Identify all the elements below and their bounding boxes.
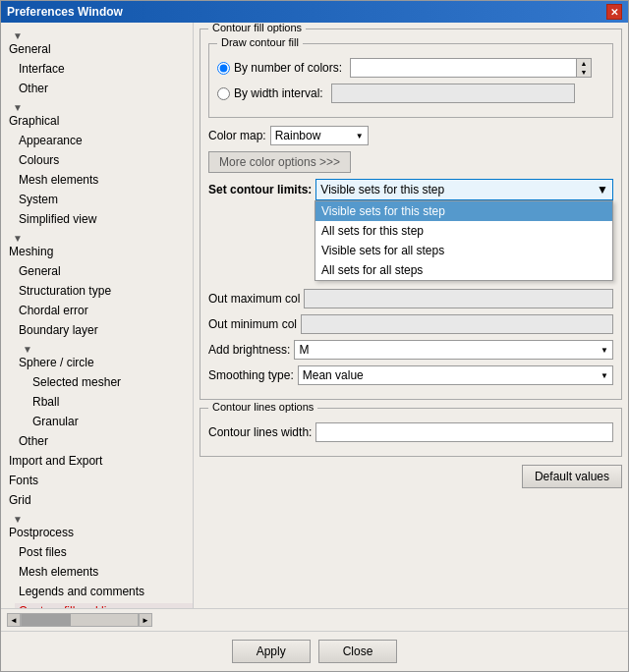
out-max-row: Out maximum col — [208, 289, 613, 308]
colormap-arrow-icon: ▼ — [356, 132, 364, 140]
title-bar: Preferences Window ✕ — [1, 1, 628, 23]
sidebar-item-selected-mesher[interactable]: Selected mesher — [1, 372, 193, 392]
set-contour-limits-container: Set contour limits: Visible sets for thi… — [208, 179, 613, 200]
sidebar-item-meshing[interactable]: ▼Meshing — [1, 229, 193, 261]
sidebar-item-system[interactable]: System — [1, 190, 193, 209]
set-contour-row: Set contour limits: Visible sets for thi… — [208, 179, 613, 200]
smoothing-value: Mean value — [303, 368, 364, 382]
sidebar-item-mesh-elements2[interactable]: Mesh elements — [1, 562, 193, 582]
by-width-input[interactable]: 0.0 — [331, 84, 575, 103]
add-brightness-value: M — [299, 343, 309, 357]
apply-button[interactable]: Apply — [232, 640, 311, 663]
sidebar-item-postprocess[interactable]: ▼Postprocess — [1, 510, 193, 542]
add-brightness-label: Add brightness: — [208, 343, 290, 357]
scrollbar-row: ◄ ► — [1, 609, 628, 631]
sidebar-item-general2[interactable]: General — [1, 261, 193, 281]
scroll-left-button[interactable]: ◄ — [7, 613, 21, 627]
sidebar-item-grid[interactable]: Grid — [1, 490, 193, 510]
sidebar-item-chordal-error[interactable]: Chordal error — [1, 301, 193, 320]
smoothing-arrow-icon: ▼ — [600, 371, 608, 380]
scroll-track[interactable] — [21, 613, 139, 627]
sidebar-item-other2[interactable]: Other — [1, 431, 193, 451]
sidebar-item-appearance[interactable]: Appearance — [1, 131, 193, 150]
main-content: ▼General Interface Other ▼Graphical Appe… — [1, 23, 628, 608]
by-number-label: By number of colors: — [234, 61, 342, 75]
dropdown-item-visible-this-step[interactable]: Visible sets for this step — [315, 201, 612, 221]
sidebar-item-import-export[interactable]: Import and Export — [1, 451, 193, 471]
brightness-arrow-icon: ▼ — [600, 346, 608, 355]
by-number-spinner: 50 ▲ ▼ — [350, 58, 592, 78]
contour-lines-options-group: Contour lines options Contour lines widt… — [200, 408, 622, 457]
colormap-value: Rainbow — [275, 129, 321, 142]
by-number-input[interactable]: 50 — [350, 58, 576, 78]
set-contour-select[interactable]: Visible sets for this step ▼ — [315, 179, 613, 200]
spinner-up-button[interactable]: ▲ — [577, 59, 591, 68]
spinner-buttons: ▲ ▼ — [576, 58, 592, 78]
by-number-radio[interactable] — [217, 62, 230, 75]
close-window-button[interactable]: ✕ — [606, 4, 622, 20]
set-contour-label: Set contour limits: — [208, 183, 312, 196]
draw-contour-fill-group: Draw contour fill By number of colors: 5… — [208, 43, 613, 118]
sidebar-item-boundary-layer[interactable]: Boundary layer — [1, 320, 193, 340]
sidebar-item-post-files[interactable]: Post files — [1, 542, 193, 562]
sidebar-item-structuration-type[interactable]: Structuration type — [1, 281, 193, 301]
contour-lines-width-label: Contour lines width: — [208, 425, 312, 439]
by-number-row: By number of colors: 50 ▲ ▼ — [217, 58, 604, 78]
sidebar-item-fonts[interactable]: Fonts — [1, 471, 193, 490]
default-values-button[interactable]: Default values — [522, 465, 622, 488]
sidebar-item-general[interactable]: ▼General — [1, 27, 193, 59]
out-max-input[interactable] — [304, 289, 613, 308]
sidebar-item-other1[interactable]: Other — [1, 79, 193, 98]
dropdown-item-all-this-step[interactable]: All sets for this step — [315, 221, 612, 241]
draw-contour-fill-title: Draw contour fill — [217, 36, 303, 48]
contour-limits-dropdown: Visible sets for this step All sets for … — [314, 200, 613, 281]
close-button[interactable]: Close — [318, 640, 398, 663]
sidebar-item-graphical[interactable]: ▼Graphical — [1, 98, 193, 131]
dialog-buttons-row: Apply Close — [1, 632, 628, 671]
sidebar-item-mesh-elements1[interactable]: Mesh elements — [1, 170, 193, 190]
colormap-label: Color map: — [208, 129, 266, 142]
sidebar-item-rball[interactable]: Rball — [1, 392, 193, 412]
add-brightness-select[interactable]: M ▼ — [294, 340, 613, 360]
dropdown-item-all-all-steps[interactable]: All sets for all steps — [315, 260, 612, 280]
scroll-thumb[interactable] — [22, 614, 71, 626]
spinner-down-button[interactable]: ▼ — [577, 68, 591, 77]
sidebar-item-colours[interactable]: Colours — [1, 150, 193, 170]
sidebar-item-simplified-view[interactable]: Simplified view — [1, 209, 193, 229]
sidebar-item-granular[interactable]: Granular — [1, 412, 193, 431]
smoothing-row: Smoothing type: Mean value ▼ — [208, 365, 613, 385]
sidebar-item-sphere-circle[interactable]: ▼Sphere / circle — [1, 340, 193, 372]
contour-fill-options-group: Contour fill options Draw contour fill B… — [200, 28, 622, 400]
window-title: Preferences Window — [7, 5, 123, 19]
by-width-radio[interactable] — [217, 87, 230, 100]
by-width-label: By width interval: — [234, 86, 323, 100]
smoothing-label: Smoothing type: — [208, 368, 294, 382]
by-width-row: By width interval: 0.0 — [217, 84, 604, 103]
bottom-area: ◄ ► Apply Close — [1, 608, 628, 671]
sidebar-item-contour-fill-lines[interactable]: Contour fill and lines — [1, 601, 193, 608]
sidebar-item-interface[interactable]: Interface — [1, 59, 193, 79]
right-panel: Contour fill options Draw contour fill B… — [194, 23, 628, 608]
more-colors-button[interactable]: More color options >>> — [208, 151, 351, 173]
dropdown-item-visible-all-steps[interactable]: Visible sets for all steps — [315, 241, 612, 260]
add-brightness-row: Add brightness: M ▼ — [208, 340, 613, 360]
set-contour-value: Visible sets for this step — [320, 183, 444, 196]
colormap-select[interactable]: Rainbow ▼ — [270, 126, 369, 145]
contour-lines-width-row: Contour lines width: 1 — [208, 422, 613, 442]
colormap-row: Color map: Rainbow ▼ — [208, 126, 613, 145]
smoothing-select[interactable]: Mean value ▼ — [298, 365, 613, 385]
preferences-window: Preferences Window ✕ ▼General Interface … — [0, 0, 629, 672]
contour-lines-options-title: Contour lines options — [208, 401, 317, 413]
out-min-label: Out minimum col — [208, 317, 297, 331]
contour-fill-options-title: Contour fill options — [208, 23, 306, 33]
sidebar: ▼General Interface Other ▼Graphical Appe… — [1, 23, 194, 608]
sidebar-item-legends-comments[interactable]: Legends and comments — [1, 582, 193, 601]
contour-lines-width-input[interactable]: 1 — [315, 422, 613, 442]
scroll-right-button[interactable]: ► — [139, 613, 152, 627]
out-max-label: Out maximum col — [208, 292, 300, 306]
out-min-input[interactable] — [301, 314, 613, 334]
set-contour-arrow-icon: ▼ — [597, 183, 608, 196]
out-min-row: Out minimum col — [208, 314, 613, 334]
